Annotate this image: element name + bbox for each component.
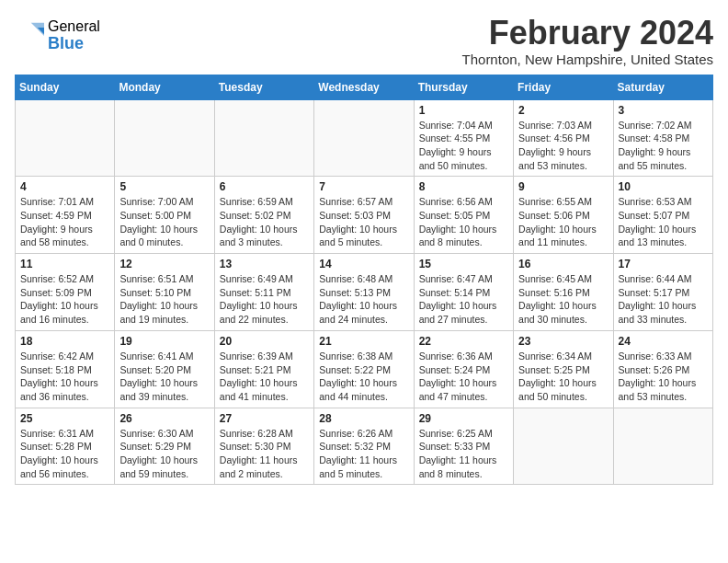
calendar-cell: 8Sunrise: 6:56 AM Sunset: 5:05 PM Daylig… [414, 177, 513, 254]
calendar-cell: 29Sunrise: 6:25 AM Sunset: 5:33 PM Dayli… [414, 408, 513, 485]
calendar-cell [514, 408, 613, 485]
logo-general: General [48, 18, 100, 35]
day-number: 8 [419, 180, 508, 193]
calendar-cell: 5Sunrise: 7:00 AM Sunset: 5:00 PM Daylig… [115, 177, 214, 254]
calendar-cell: 27Sunrise: 6:28 AM Sunset: 5:30 PM Dayli… [214, 408, 313, 485]
day-info: Sunrise: 6:47 AM Sunset: 5:14 PM Dayligh… [419, 272, 508, 327]
day-number: 7 [319, 180, 408, 193]
calendar-cell: 24Sunrise: 6:33 AM Sunset: 5:26 PM Dayli… [613, 330, 712, 408]
day-number: 1 [419, 104, 508, 117]
day-number: 20 [220, 335, 309, 348]
day-number: 11 [20, 258, 109, 270]
calendar-cell: 3Sunrise: 7:02 AM Sunset: 4:58 PM Daylig… [613, 99, 712, 177]
day-number: 19 [119, 335, 209, 348]
calendar-week-row: 4Sunrise: 7:01 AM Sunset: 4:59 PM Daylig… [16, 177, 713, 254]
calendar-cell: 19Sunrise: 6:41 AM Sunset: 5:20 PM Dayli… [115, 330, 214, 408]
day-info: Sunrise: 6:57 AM Sunset: 5:03 PM Dayligh… [319, 195, 408, 249]
weekday-header-sunday: Sunday [16, 75, 115, 99]
title-block: February 2024 Thornton, New Hampshire, U… [462, 15, 713, 67]
weekday-header-tuesday: Tuesday [214, 75, 313, 99]
calendar-cell: 7Sunrise: 6:57 AM Sunset: 5:03 PM Daylig… [314, 177, 414, 254]
calendar-cell [214, 99, 313, 177]
logo-blue: Blue [48, 35, 100, 53]
day-number: 6 [220, 180, 309, 193]
calendar-cell [613, 408, 712, 485]
calendar-cell [314, 99, 414, 177]
calendar-cell: 6Sunrise: 6:59 AM Sunset: 5:02 PM Daylig… [214, 177, 313, 254]
day-number: 29 [419, 412, 508, 425]
day-number: 21 [319, 335, 408, 348]
day-number: 3 [619, 104, 708, 117]
weekday-header-row: SundayMondayTuesdayWednesdayThursdayFrid… [16, 75, 713, 99]
day-number: 9 [518, 180, 608, 193]
day-info: Sunrise: 6:55 AM Sunset: 5:06 PM Dayligh… [518, 195, 608, 249]
day-info: Sunrise: 6:42 AM Sunset: 5:18 PM Dayligh… [20, 350, 109, 404]
day-number: 28 [319, 412, 408, 425]
weekday-header-saturday: Saturday [613, 75, 712, 99]
calendar-cell: 17Sunrise: 6:44 AM Sunset: 5:17 PM Dayli… [613, 254, 712, 331]
day-number: 25 [20, 412, 109, 425]
calendar-week-row: 25Sunrise: 6:31 AM Sunset: 5:28 PM Dayli… [16, 408, 713, 485]
calendar-cell: 2Sunrise: 7:03 AM Sunset: 4:56 PM Daylig… [514, 99, 613, 177]
day-info: Sunrise: 6:49 AM Sunset: 5:11 PM Dayligh… [220, 272, 309, 327]
calendar-cell: 9Sunrise: 6:55 AM Sunset: 5:06 PM Daylig… [514, 177, 613, 254]
logo: General Blue [15, 18, 100, 52]
day-number: 15 [419, 258, 508, 270]
weekday-header-friday: Friday [514, 75, 613, 99]
day-info: Sunrise: 6:33 AM Sunset: 5:26 PM Dayligh… [619, 350, 708, 404]
day-number: 5 [119, 180, 209, 193]
calendar-cell: 1Sunrise: 7:04 AM Sunset: 4:55 PM Daylig… [414, 99, 513, 177]
day-info: Sunrise: 6:52 AM Sunset: 5:09 PM Dayligh… [20, 272, 109, 327]
day-info: Sunrise: 6:53 AM Sunset: 5:07 PM Dayligh… [619, 195, 708, 249]
day-info: Sunrise: 6:34 AM Sunset: 5:25 PM Dayligh… [518, 350, 608, 404]
day-number: 24 [619, 335, 708, 348]
calendar-cell: 26Sunrise: 6:30 AM Sunset: 5:29 PM Dayli… [115, 408, 214, 485]
day-info: Sunrise: 7:03 AM Sunset: 4:56 PM Dayligh… [518, 119, 608, 173]
day-number: 10 [619, 180, 708, 193]
day-number: 22 [419, 335, 508, 348]
logo-text: General Blue [48, 18, 100, 52]
calendar-cell: 14Sunrise: 6:48 AM Sunset: 5:13 PM Dayli… [314, 254, 414, 331]
day-info: Sunrise: 7:04 AM Sunset: 4:55 PM Dayligh… [419, 119, 508, 173]
calendar-cell: 18Sunrise: 6:42 AM Sunset: 5:18 PM Dayli… [16, 330, 115, 408]
day-info: Sunrise: 6:45 AM Sunset: 5:16 PM Dayligh… [518, 272, 608, 327]
calendar-cell [115, 99, 214, 177]
day-info: Sunrise: 6:44 AM Sunset: 5:17 PM Dayligh… [619, 272, 708, 327]
day-info: Sunrise: 6:48 AM Sunset: 5:13 PM Dayligh… [319, 272, 408, 327]
day-number: 17 [619, 258, 708, 270]
day-info: Sunrise: 6:31 AM Sunset: 5:28 PM Dayligh… [20, 427, 109, 481]
calendar-cell: 12Sunrise: 6:51 AM Sunset: 5:10 PM Dayli… [115, 254, 214, 331]
calendar-cell: 4Sunrise: 7:01 AM Sunset: 4:59 PM Daylig… [16, 177, 115, 254]
calendar-cell: 23Sunrise: 6:34 AM Sunset: 5:25 PM Dayli… [514, 330, 613, 408]
weekday-header-wednesday: Wednesday [314, 75, 414, 99]
day-number: 14 [319, 258, 408, 270]
day-info: Sunrise: 6:56 AM Sunset: 5:05 PM Dayligh… [419, 195, 508, 249]
calendar-cell: 21Sunrise: 6:38 AM Sunset: 5:22 PM Dayli… [314, 330, 414, 408]
calendar-cell [16, 99, 115, 177]
calendar-cell: 20Sunrise: 6:39 AM Sunset: 5:21 PM Dayli… [214, 330, 313, 408]
day-number: 27 [220, 412, 309, 425]
day-info: Sunrise: 6:41 AM Sunset: 5:20 PM Dayligh… [119, 350, 209, 404]
day-info: Sunrise: 6:38 AM Sunset: 5:22 PM Dayligh… [319, 350, 408, 404]
day-number: 18 [20, 335, 109, 348]
calendar-cell: 10Sunrise: 6:53 AM Sunset: 5:07 PM Dayli… [613, 177, 712, 254]
day-number: 13 [220, 258, 309, 270]
calendar-cell: 28Sunrise: 6:26 AM Sunset: 5:32 PM Dayli… [314, 408, 414, 485]
day-number: 4 [20, 180, 109, 193]
calendar-cell: 15Sunrise: 6:47 AM Sunset: 5:14 PM Dayli… [414, 254, 513, 331]
day-info: Sunrise: 7:01 AM Sunset: 4:59 PM Dayligh… [20, 195, 109, 249]
day-info: Sunrise: 6:59 AM Sunset: 5:02 PM Dayligh… [220, 195, 309, 249]
day-info: Sunrise: 7:00 AM Sunset: 5:00 PM Dayligh… [119, 195, 209, 249]
day-info: Sunrise: 6:30 AM Sunset: 5:29 PM Dayligh… [119, 427, 209, 481]
calendar-cell: 11Sunrise: 6:52 AM Sunset: 5:09 PM Dayli… [16, 254, 115, 331]
month-year-title: February 2024 [462, 15, 713, 52]
calendar-cell: 25Sunrise: 6:31 AM Sunset: 5:28 PM Dayli… [16, 408, 115, 485]
day-info: Sunrise: 6:25 AM Sunset: 5:33 PM Dayligh… [419, 427, 508, 481]
location-subtitle: Thornton, New Hampshire, United States [462, 52, 713, 67]
calendar-week-row: 18Sunrise: 6:42 AM Sunset: 5:18 PM Dayli… [16, 330, 713, 408]
weekday-header-thursday: Thursday [414, 75, 513, 99]
calendar-cell: 13Sunrise: 6:49 AM Sunset: 5:11 PM Dayli… [214, 254, 313, 331]
day-number: 12 [119, 258, 209, 270]
day-info: Sunrise: 6:26 AM Sunset: 5:32 PM Dayligh… [319, 427, 408, 481]
logo-icon [15, 21, 44, 51]
